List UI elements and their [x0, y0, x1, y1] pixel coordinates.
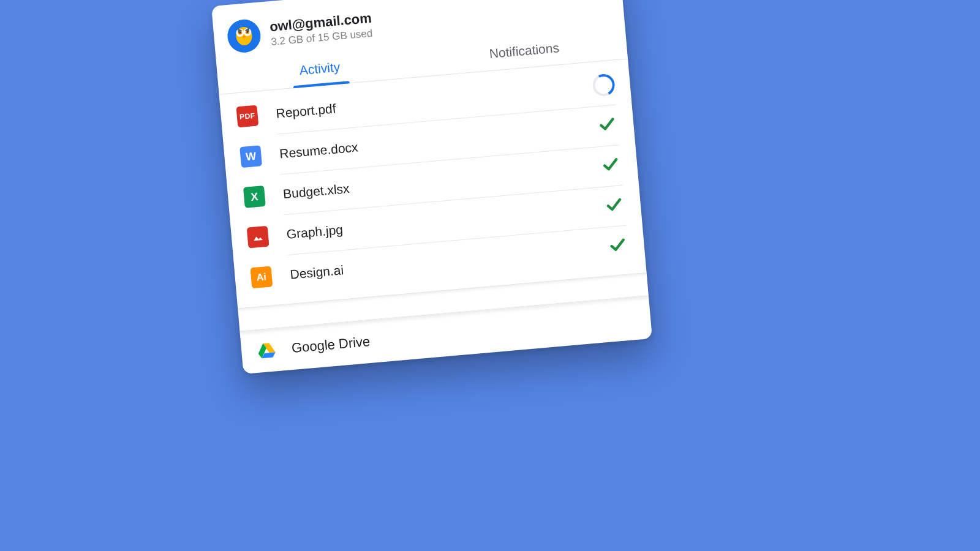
svg-rect-10	[252, 232, 264, 242]
check-icon	[597, 114, 617, 137]
footer-drive-label: Google Drive	[291, 334, 371, 356]
account-avatar[interactable]	[226, 18, 262, 54]
svg-marker-11	[254, 236, 263, 241]
illustrator-file-icon: Ai	[250, 266, 273, 288]
check-icon	[604, 195, 624, 217]
google-drive-icon	[257, 342, 276, 359]
tab-activity-label: Activity	[299, 59, 341, 78]
excel-file-icon: X	[243, 186, 266, 208]
drive-upload-panel: owl@gmail.com 3.2 GB of 15 GB used Activ…	[211, 0, 652, 374]
image-file-icon	[247, 226, 270, 249]
upload-status-done	[600, 154, 622, 177]
check-icon	[601, 154, 621, 176]
upload-status-done	[606, 235, 629, 258]
upload-status-uploading	[592, 74, 615, 97]
upload-status-done	[603, 195, 625, 217]
activity-file-list: PDF Report.pdf W Resume.docx X Budget.xl…	[219, 59, 647, 308]
owl-avatar-icon	[229, 20, 258, 52]
word-file-icon: W	[239, 145, 262, 168]
check-icon	[608, 235, 628, 257]
upload-status-done	[596, 114, 619, 137]
pdf-file-icon: PDF	[236, 105, 258, 127]
tab-notifications-label: Notifications	[489, 40, 560, 61]
spinner-icon	[592, 73, 616, 97]
